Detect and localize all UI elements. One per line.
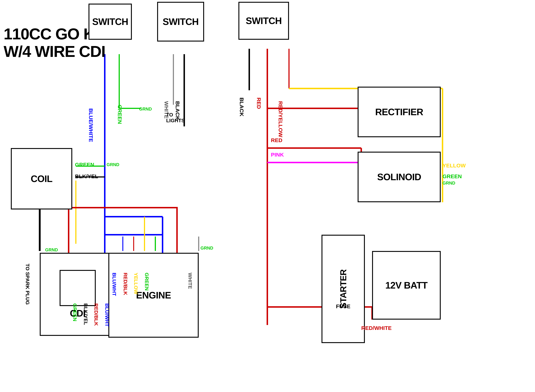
batt-label: 12V BATT [385, 280, 427, 291]
grnd-coil-label: GRND [107, 162, 119, 167]
grnd-eng-label: GRND [201, 246, 213, 251]
engine-box: ENGINE [108, 253, 199, 338]
svg-rect-9 [69, 208, 177, 255]
green-kill-label: GREEN [117, 105, 123, 124]
red-white-batt-label: RED/WHITE [361, 325, 392, 331]
pink-label: PINK [271, 152, 284, 158]
red-blk-cdi-label: RED/BLK [93, 303, 99, 326]
red-ign-label: RED [256, 98, 262, 109]
red-rect-label: RED [271, 137, 282, 143]
rectifier-label: RECTIFIER [375, 107, 423, 117]
ign-switch-box: SWITCH [238, 2, 289, 40]
fuse-label: FUSE [336, 303, 350, 309]
kill-switch-box: SWITCH [89, 4, 132, 40]
green-eng-label: GREEN [144, 273, 150, 291]
coil-box: COIL [11, 148, 72, 210]
grnd-kill-label: GRND [139, 107, 152, 112]
black-ign-label: BLACK [239, 98, 245, 117]
green-sol-label: GREEN [442, 173, 462, 179]
blu-wht-eng-label: BLU/WHT [111, 273, 117, 296]
red-blk-eng-label: RED/BLK [122, 273, 128, 295]
blue-white-label: BLUE/WHITE [88, 108, 94, 142]
coil-label: COIL [31, 173, 52, 184]
engine-label: ENGINE [136, 290, 171, 301]
yellow-eng-label: YELLOW [133, 273, 139, 294]
green-cdi-label: GREEN [72, 303, 78, 321]
grnd-sol-label: GRND [442, 181, 455, 186]
grnd-cdi-label: GRND [45, 247, 58, 252]
red-yellow-ign-label: RED/YELLOW [277, 101, 284, 137]
batt-box: 12V BATT [372, 251, 441, 320]
blk-yel-coil-label: BLK/YEL [75, 173, 98, 179]
rectifier-box: RECTIFIER [358, 87, 441, 137]
blk-yel-cdi-label: BLK/YEL [83, 303, 89, 325]
white-eng-label: WHITE [187, 273, 193, 289]
solinoid-box: SOLINOID [358, 152, 441, 202]
to-lights-label: TOLIGHTS [166, 112, 185, 123]
yellow-sol-label: YELLOW [442, 163, 466, 169]
solinoid-label: SOLINOID [377, 172, 421, 182]
onoff-switch-box: SWITCH [157, 2, 204, 42]
blu-wht-cdi-label: BLU/WHT [104, 303, 110, 327]
starter-label: STARTER [338, 269, 348, 308]
to-spark-label: TO SPARK PLUG [24, 264, 30, 305]
cdi-label: CDI [60, 308, 96, 319]
green-coil-label: GREEN [75, 162, 94, 168]
starter-box: STARTER [322, 235, 365, 343]
